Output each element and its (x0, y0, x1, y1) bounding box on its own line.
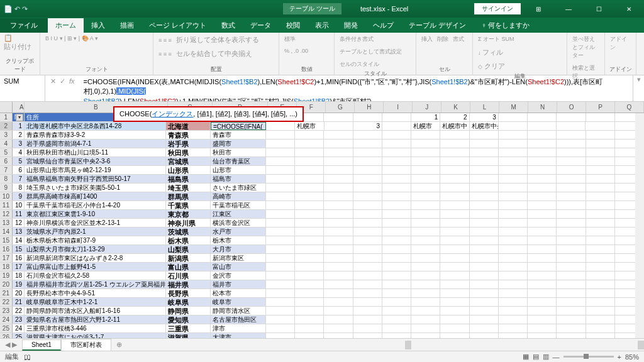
tab-design[interactable]: テーブル デザイン (401, 18, 474, 33)
th-no[interactable]: No▾ (13, 113, 25, 121)
tab-layout[interactable]: ページ レイアウト (142, 18, 214, 33)
tab-review[interactable]: 校閲 (279, 18, 308, 33)
view-layout-icon[interactable]: ▤ (533, 353, 539, 361)
title-bar: 📄 ↶ ↷ テーブル ツール test.xlsx - Excel サインイン ⊞… (0, 0, 644, 18)
enter-icon[interactable]: ✓ (60, 77, 65, 85)
horizontal-scrollbar[interactable] (405, 341, 644, 349)
status-bar: 編集 🕮 ▦ ▤ ▥ — + 85% (0, 351, 644, 362)
tab-data[interactable]: データ (243, 18, 279, 33)
zoom-slider[interactable] (564, 356, 614, 358)
cond-format[interactable]: 条件付き書式 (338, 34, 375, 45)
table-row[interactable]: 8 7 福島県福島市南矢野目字西荒田50-17 福島県 福島市 (0, 175, 644, 184)
zoom-level[interactable]: 85% (625, 353, 639, 361)
close-icon[interactable]: ✕ (616, 0, 641, 18)
tab-insert[interactable]: 挿入 (84, 18, 113, 33)
sheet-tab-2[interactable]: 市区町村表 (61, 339, 111, 351)
sheet-tabs: ◀ ▶ Sheet1 市区町村表 ⊕ (0, 338, 644, 351)
tab-help[interactable]: ヘルプ (365, 18, 401, 33)
formula-bar: ✕✓fx =CHOOSE(IFNA(INDEX(表,MATCH(MIDJIS(S… (0, 75, 644, 102)
menu-bar: ファイル ホーム 挿入 描画 ページ レイアウト 数式 データ 校閲 表示 開発… (0, 18, 644, 33)
table-row[interactable]: 24 23 愛知県名古屋市熱田区六野1-2-11 愛知県 名古屋市熱田区 (0, 315, 644, 324)
table-row[interactable]: 20 19 福井県福井市北四ツ居1-25-1 ウエルシア薬局福井北四ツ居店内 福… (0, 280, 644, 289)
tab-dev[interactable]: 開発 (336, 18, 365, 33)
sheet-nav[interactable]: ◀ ▶ (0, 341, 22, 349)
tab-file[interactable]: ファイル (0, 18, 48, 33)
minimize-icon[interactable]: — (556, 0, 581, 18)
add-sheet-icon[interactable]: ⊕ (111, 341, 127, 349)
table-row[interactable]: 2 1 北海道札幌市中央区北8条西14-28 北海道 =CHOOSE(IFNA(… (0, 122, 644, 131)
table-row[interactable]: 4 3 岩手県盛岡市前潟4-7-1 岩手県 盛岡市 (0, 140, 644, 148)
tooltip-link[interactable]: インデックス (152, 110, 193, 118)
title-tools: テーブル ツール (283, 3, 341, 14)
paste-button[interactable]: 📋貼り付け (4, 34, 31, 52)
view-normal-icon[interactable]: ▦ (523, 353, 529, 361)
maximize-icon[interactable]: ☐ (586, 0, 611, 18)
table-row[interactable]: 23 22 静岡県静岡市清水区入船町1-6-16 静岡県 静岡市清水区 (0, 307, 644, 315)
tab-formulas[interactable]: 数式 (214, 18, 243, 33)
title-text: test.xlsx - Excel (360, 5, 408, 13)
table-row[interactable]: 5 4 秋田県秋田市楢山川口境5-11 秋田県 秋田市 (0, 148, 644, 157)
table-row[interactable]: 21 20 長野県松本市中央4-9-51 長野県 松本市 (0, 289, 644, 298)
ribbon: 📋貼り付けクリップボード B I U ▾ | ⊞ ▾ | 🎨 A ▾フォント ≡… (0, 33, 644, 75)
vertical-scrollbar[interactable] (635, 113, 644, 338)
select-all[interactable] (0, 102, 13, 112)
zoom-in-icon[interactable]: + (618, 353, 621, 361)
table-row[interactable]: 17 16 新潟県新潟市東区はなみずき2-2-8 新潟県 新潟市東区 (0, 254, 644, 263)
table-row[interactable]: 15 14 栃木県栃木市箱森町37-9 栃木県 栃木市 (0, 236, 644, 245)
fx-icon[interactable]: fx (69, 77, 75, 85)
table-row[interactable]: 14 13 茨城県水戸市内原2-1 茨城県 水戸市 (0, 228, 644, 236)
status-mode: 編集 (5, 352, 19, 361)
table-row[interactable]: 10 9 群馬県高崎市棟高町1400 群馬県 高崎市 (0, 192, 644, 201)
table-row[interactable]: 6 5 宮城県仙台市青葉区中央2-3-6 宮城県 仙台市青葉区 (0, 157, 644, 166)
tab-view[interactable]: 表示 (308, 18, 336, 33)
table-row[interactable]: 13 12 神奈川県横浜市金沢区並木2-13-1 神奈川県 横浜市金沢区 (0, 219, 644, 228)
name-box[interactable] (0, 75, 45, 101)
table-row[interactable]: 12 11 東京都江東区東雲1-9-10 東京都 江東区 (0, 210, 644, 219)
zoom-out-icon[interactable]: — (553, 353, 560, 361)
table-row[interactable]: 7 6 山形県山形市馬見ヶ崎2-12-19 山形県 山形市 (0, 166, 644, 175)
expand-formula-icon[interactable]: ▾ (633, 75, 644, 101)
table-row[interactable]: 11 10 千葉県千葉市稲毛区小仲台1-4-20 千葉県 千葉市稲毛区 (0, 201, 644, 210)
qat[interactable]: 📄 ↶ ↷ (0, 5, 31, 13)
table-row[interactable]: 16 15 山梨県大月市御太刀1-13-29 山梨県 大月市 (0, 245, 644, 254)
view-break-icon[interactable]: ▥ (543, 353, 549, 361)
formula-input[interactable]: =CHOOSE(IFNA(INDEX(表,MATCH(MIDJIS(Sheet1… (80, 75, 633, 101)
tab-draw[interactable]: 描画 (113, 18, 142, 33)
table-row[interactable]: 22 21 岐阜県岐阜市正木中1-2-1 岐阜県 岐阜市 (0, 298, 644, 307)
table-row[interactable]: 19 18 石川県金沢市福久2-58 石川県 金沢市 (0, 272, 644, 280)
ribbon-options-icon[interactable]: ⊞ (526, 0, 551, 18)
tab-home[interactable]: ホーム (48, 18, 84, 33)
table-row[interactable]: 3 2 青森県青森市緑3-9-2 青森県 青森市 (0, 131, 644, 140)
table-row[interactable]: 25 24 三重県津市桜橋3-446 三重県 津市 (0, 324, 644, 333)
signin-button[interactable]: サインイン (474, 3, 521, 14)
table-row[interactable]: 9 8 埼玉県さいたま市緑区美園5-50-1 埼玉県 さいたま市緑区 (0, 184, 644, 192)
table-row[interactable]: 18 17 富山県富山市上飯野41-5 富山県 富山市 (0, 263, 644, 272)
column-headers: A B C D E F G H I J K L M N O P Q (0, 102, 644, 113)
grid[interactable]: 1 No▾ 住所▾ 都道府県抜きだし▾ 市区町村抜き出し▾ 1 2 3 2 1 … (0, 113, 644, 351)
formula-tooltip: CHOOSE(インデックス, [値1], [値2], [値3], [値4], [… (113, 106, 304, 122)
sheet-tab-1[interactable]: Sheet1 (22, 339, 61, 351)
tell-me[interactable]: ♀ 何をしますか (474, 18, 537, 33)
cancel-icon[interactable]: ✕ (50, 77, 56, 85)
